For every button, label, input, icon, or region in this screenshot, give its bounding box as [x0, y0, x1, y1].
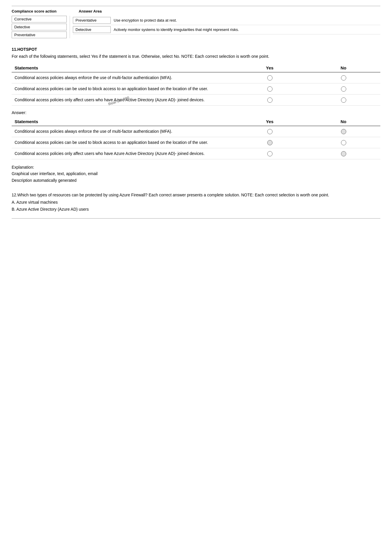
- q12-option-a: A. Azure virtual machines: [12, 199, 380, 205]
- dnd-section: Compliance score action Answer Area Corr…: [12, 6, 380, 38]
- source-item-preventative[interactable]: Preventative: [12, 32, 67, 38]
- q11-instruction: For each of the following statements, se…: [12, 53, 380, 60]
- radio-ans-no-3[interactable]: [341, 151, 346, 156]
- q11-stmt-1: Conditional access policies always enfor…: [12, 72, 233, 83]
- radio-yes-1[interactable]: [267, 75, 273, 81]
- q11-stmt-2-no[interactable]: [307, 83, 380, 95]
- q11-ans-stmt-1-no[interactable]: [307, 126, 380, 137]
- page-separator: [12, 218, 380, 219]
- dnd-body: Corrective Detective Preventative Preven…: [12, 16, 380, 38]
- table-row: Conditional access policies can be used …: [12, 137, 380, 148]
- q11-stmt-2-yes[interactable]: [233, 83, 307, 95]
- q11-ans-header-statements: Statements: [12, 117, 233, 126]
- q11-ans-stmt-1: Conditional access policies always enfor…: [12, 126, 233, 137]
- q11-ans-header-no: No: [307, 117, 380, 126]
- source-item-corrective[interactable]: Corrective: [12, 16, 67, 22]
- radio-yes-3[interactable]: [267, 97, 273, 103]
- radio-ans-no-2[interactable]: [341, 140, 346, 145]
- radio-yes-2[interactable]: [267, 86, 273, 92]
- source-item-detective[interactable]: Detective: [12, 24, 67, 30]
- question-11-block: 11.HOTSPOT For each of the following sta…: [12, 47, 380, 184]
- radio-no-2[interactable]: [341, 86, 346, 92]
- explanation-line-1: Graphical user interface, text, applicat…: [12, 170, 380, 177]
- dnd-header-col2: Answer Area: [79, 9, 166, 13]
- q11-stmt-1-yes[interactable]: [233, 72, 307, 83]
- table-row: Conditional access policies only affect …: [12, 148, 380, 159]
- q11-ans-stmt-2-no[interactable]: [307, 137, 380, 148]
- q11-header-no: No: [307, 64, 380, 72]
- dnd-slot-1[interactable]: Preventative: [73, 17, 111, 24]
- q11-header-statements: Statements: [12, 64, 233, 72]
- table-row: Conditional access policies only affect …: [12, 95, 380, 106]
- dnd-desc-1: Use encryption to protect data at rest.: [114, 18, 177, 22]
- explanation-label: Explanation:: [12, 164, 380, 170]
- q11-answer-label: Answer:: [12, 110, 380, 115]
- q11-ans-stmt-3-yes[interactable]: [233, 148, 307, 159]
- q12-text: 12.Which two types of resources can be p…: [12, 192, 380, 198]
- q11-stmt-3-no[interactable]: [307, 95, 380, 106]
- q11-ans-header-yes: Yes: [233, 117, 307, 126]
- q11-table-initial: Statements Yes No Conditional access pol…: [12, 64, 380, 106]
- radio-ans-yes-2[interactable]: [267, 140, 273, 145]
- q11-ans-stmt-1-yes[interactable]: [233, 126, 307, 137]
- radio-no-1[interactable]: [341, 75, 346, 81]
- radio-no-3[interactable]: [341, 97, 346, 103]
- q11-ans-stmt-2: Conditional access policies can be used …: [12, 137, 233, 148]
- q12-body: Which two types of resources can be prot…: [17, 193, 329, 197]
- q11-ans-stmt-3-no[interactable]: [307, 148, 380, 159]
- dnd-answer-row-1: Preventative Use encryption to protect d…: [73, 16, 380, 25]
- q11-stmt-3: Conditional access policies only affect …: [12, 95, 233, 106]
- q11-header-yes: Yes: [233, 64, 307, 72]
- radio-ans-no-1[interactable]: [341, 129, 346, 134]
- q11-explanation: Explanation: Graphical user interface, t…: [12, 164, 380, 184]
- q12-option-b: B. Azure Active Directory (Azure AD) use…: [12, 206, 380, 212]
- dnd-answer-row-2: Detective Actively monitor systems to id…: [73, 25, 380, 34]
- radio-ans-yes-3[interactable]: [267, 151, 273, 156]
- q11-table-answer: Statements Yes No Conditional access pol…: [12, 117, 380, 159]
- explanation-line-2: Description automatically generated: [12, 177, 380, 184]
- q11-stmt-3-yes[interactable]: [233, 95, 307, 106]
- table-row: Conditional access policies always enfor…: [12, 126, 380, 137]
- q11-stmt-1-no[interactable]: [307, 72, 380, 83]
- dnd-header-col1: Compliance score action: [12, 9, 79, 13]
- table-row: Conditional access policies can be used …: [12, 83, 380, 95]
- q11-stmt-2: Conditional access policies can be used …: [12, 83, 233, 95]
- answer-section-header: Answer: Real SC-900: [12, 110, 380, 115]
- q12-number: 12.: [12, 193, 17, 197]
- question-12-block: 12.Which two types of resources can be p…: [12, 192, 380, 212]
- dnd-answer-column: Preventative Use encryption to protect d…: [70, 16, 380, 38]
- q11-ans-stmt-2-yes[interactable]: [233, 137, 307, 148]
- q11-ans-stmt-3: Conditional access policies only affect …: [12, 148, 233, 159]
- q11-number: 11.HOTSPOT: [12, 47, 380, 52]
- dnd-desc-2: Actively monitor systems to identify irr…: [114, 27, 239, 32]
- table-row: Conditional access policies always enfor…: [12, 72, 380, 83]
- dnd-header: Compliance score action Answer Area: [12, 9, 380, 13]
- dnd-slot-2[interactable]: Detective: [73, 26, 111, 33]
- radio-ans-yes-1[interactable]: [267, 129, 273, 134]
- dnd-source-column: Corrective Detective Preventative: [12, 16, 70, 38]
